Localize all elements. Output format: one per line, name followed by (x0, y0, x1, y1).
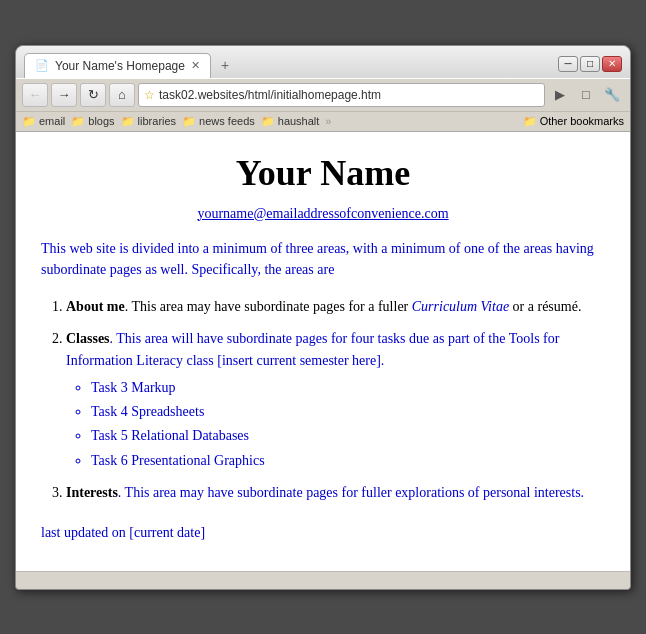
address-star-icon: ☆ (144, 88, 155, 102)
other-bookmarks-label: Other bookmarks (540, 115, 624, 127)
sublist-task6: Task 6 Presentational Graphics (91, 450, 605, 472)
bookmark-blogs[interactable]: 📁 blogs (71, 115, 114, 128)
tab-close-button[interactable]: ✕ (191, 59, 200, 72)
about-bold: About me (66, 299, 125, 314)
classes-bold: Classes (66, 331, 110, 346)
sublist-task5: Task 5 Relational Databases (91, 425, 605, 447)
page-content: Your Name yourname@emailaddressofconveni… (16, 131, 630, 571)
sublist-task3: Task 3 Markup (91, 377, 605, 399)
tab-page-icon: 📄 (35, 59, 49, 72)
close-button[interactable]: ✕ (602, 56, 622, 72)
forward-button[interactable]: → (51, 83, 77, 107)
other-bookmarks[interactable]: 📁 Other bookmarks (523, 115, 624, 128)
page-title: Your Name (41, 152, 605, 194)
bookmark-email-label: email (39, 115, 65, 127)
last-updated-text: last updated on [current date] (41, 525, 605, 541)
classes-rest: . This area will have subordinate pages … (66, 331, 559, 368)
bookmarks-bar: 📁 email 📁 blogs 📁 libraries 📁 news feeds… (16, 111, 630, 131)
title-bar: 📄 Your Name's Homepage ✕ + ─ □ ✕ (16, 46, 630, 78)
task3-label: Task 3 Markup (91, 380, 176, 395)
bookmark-newsfeeds[interactable]: 📁 news feeds (182, 115, 255, 128)
folder-icon: 📁 (261, 115, 275, 128)
minimize-button[interactable]: ─ (558, 56, 578, 72)
about-after-italic: or a résumé. (509, 299, 581, 314)
folder-icon: 📁 (22, 115, 36, 128)
bookmark-haushalt-label: haushalt (278, 115, 320, 127)
page-icon-button[interactable]: □ (574, 83, 598, 107)
bookmark-libraries[interactable]: 📁 libraries (121, 115, 177, 128)
about-italic: Curriculum Vitae (412, 299, 509, 314)
list-item-interests: Interests. This area may have subordinat… (66, 482, 605, 504)
intro-paragraph: This web site is divided into a minimum … (41, 238, 605, 280)
folder-icon: 📁 (182, 115, 196, 128)
tools-icon-button[interactable]: 🔧 (600, 83, 624, 107)
task5-label: Task 5 Relational Databases (91, 428, 249, 443)
bookmark-blogs-label: blogs (88, 115, 114, 127)
navigation-bar: ← → ↻ ⌂ ☆ task02.websites/html/initialho… (16, 78, 630, 111)
task6-label: Task 6 Presentational Graphics (91, 453, 265, 468)
bookmark-haushalt[interactable]: 📁 haushalt (261, 115, 320, 128)
browser-tab[interactable]: 📄 Your Name's Homepage ✕ (24, 53, 211, 78)
folder-icon: 📁 (71, 115, 85, 128)
other-folder-icon: 📁 (523, 115, 537, 128)
classes-sublist: Task 3 Markup Task 4 Spreadsheets Task 5… (66, 377, 605, 473)
address-text: task02.websites/html/initialhomepage.htm (159, 88, 539, 102)
bookmark-email[interactable]: 📁 email (22, 115, 65, 128)
sublist-task4: Task 4 Spreadsheets (91, 401, 605, 423)
nav-right-buttons: ▶ □ 🔧 (548, 83, 624, 107)
address-bar[interactable]: ☆ task02.websites/html/initialhomepage.h… (138, 83, 545, 107)
home-button[interactable]: ⌂ (109, 83, 135, 107)
areas-list: About me. This area may have subordinate… (41, 296, 605, 505)
restore-button[interactable]: □ (580, 56, 600, 72)
more-bookmarks-icon: » (325, 115, 331, 127)
interests-bold: Interests (66, 485, 118, 500)
bookmark-newsfeeds-label: news feeds (199, 115, 255, 127)
refresh-button[interactable]: ↻ (80, 83, 106, 107)
window-controls: ─ □ ✕ (558, 56, 622, 78)
browser-window: 📄 Your Name's Homepage ✕ + ─ □ ✕ ← → ↻ ⌂… (15, 45, 631, 590)
new-tab-button[interactable]: + (213, 52, 237, 78)
tab-label: Your Name's Homepage (55, 59, 185, 73)
back-button[interactable]: ← (22, 83, 48, 107)
status-bar (16, 571, 630, 589)
task4-label: Task 4 Spreadsheets (91, 404, 204, 419)
list-item-classes: Classes. This area will have subordinate… (66, 328, 605, 472)
play-icon-button[interactable]: ▶ (548, 83, 572, 107)
folder-icon: 📁 (121, 115, 135, 128)
email-link[interactable]: yourname@emailaddressofconvenience.com (41, 206, 605, 222)
list-item-about: About me. This area may have subordinate… (66, 296, 605, 318)
about-rest: . This area may have subordinate pages f… (125, 299, 412, 314)
bookmark-libraries-label: libraries (138, 115, 177, 127)
interests-rest: . This area may have subordinate pages f… (118, 485, 584, 500)
